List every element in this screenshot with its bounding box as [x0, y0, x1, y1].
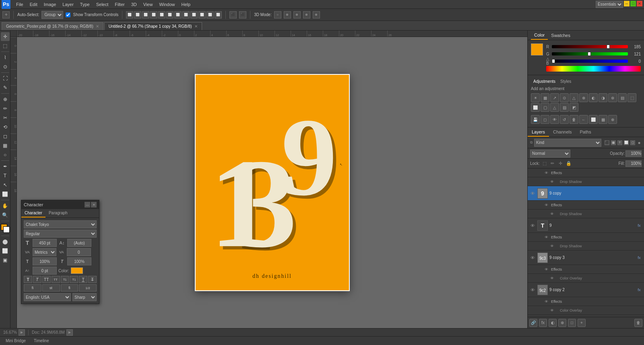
b-slider[interactable] [552, 60, 628, 63]
grid-adj[interactable]: ▦ [599, 115, 607, 124]
screen-mode[interactable]: ⬜ [1, 246, 10, 255]
kerning-input[interactable] [67, 248, 91, 256]
menu-view[interactable]: View [140, 1, 156, 8]
align-left-icon[interactable]: ⬜ [126, 11, 133, 18]
menu-file[interactable]: File [13, 1, 27, 8]
colorbalance-adj[interactable]: ◐ [589, 93, 598, 102]
bw-adj[interactable]: ◑ [599, 93, 607, 102]
effects-eye-1[interactable]: 👁 [543, 170, 549, 176]
align-right-icon[interactable]: ⬜ [142, 11, 149, 18]
scale-v-input[interactable] [67, 257, 91, 265]
align-bottom-icon[interactable]: ⬜ [166, 11, 173, 18]
kind-select[interactable]: Kind [534, 139, 601, 147]
healing-tool[interactable]: ⊕ [1, 95, 10, 104]
layer-delete-btn[interactable]: 🗑 [634, 319, 642, 327]
lock-position-icon[interactable]: ✛ [557, 160, 564, 167]
font-style-select[interactable]: Regular [24, 230, 97, 238]
character-panel-header[interactable]: Character — ✕ [21, 200, 99, 209]
tab-untitled[interactable]: Untitled-2 @ 66.7% (Shape 1 copy 34, RGB… [104, 22, 202, 30]
r-slider[interactable] [552, 45, 628, 48]
underline-btn[interactable]: T [79, 276, 87, 283]
baseline-input[interactable] [33, 267, 57, 275]
maximize-button[interactable]: □ [630, 1, 636, 6]
layer-9copy-eye[interactable]: 👁 [529, 190, 536, 197]
doc-info-arrow[interactable]: ▶ [66, 329, 73, 336]
layer-mask-btn[interactable]: ◐ [549, 319, 557, 327]
subscript-btn[interactable]: T1 [70, 276, 78, 283]
color-overlay-eye-2[interactable]: 👁 [549, 307, 555, 314]
menu-edit[interactable]: Edit [27, 1, 41, 8]
move-tool[interactable]: ✛ [1, 32, 10, 41]
font-size-input[interactable] [33, 239, 57, 247]
tab-channels[interactable]: Channels [549, 127, 576, 137]
history-brush[interactable]: ⟲ [1, 123, 10, 131]
tab-adjustments[interactable]: Adjustments [531, 78, 558, 84]
shape-tool[interactable]: ⬜ [1, 190, 10, 199]
blend-mode-select[interactable]: Normal Dissolve Multiply Screen [530, 150, 570, 158]
brush-tool[interactable]: ✏ [1, 104, 10, 113]
zoom-tool[interactable]: 🔍 [1, 211, 10, 220]
3d-drag-icon[interactable]: ⊕ [293, 11, 301, 18]
menu-filter[interactable]: Filter [111, 1, 128, 8]
font-family-select[interactable]: Chalet Tokyo [24, 220, 97, 228]
lasso-tool[interactable]: ⌇ [1, 53, 10, 62]
tab-timeline[interactable]: Timeline [30, 338, 53, 344]
workspace-selector[interactable]: Essentials [596, 1, 623, 8]
frame-tool[interactable]: ▣ [1, 256, 10, 265]
zoom-adj[interactable]: ⊕ [608, 115, 617, 124]
tab-paths[interactable]: Paths [576, 127, 595, 137]
layer-9copy3-fx[interactable]: fx [636, 255, 642, 261]
clone-tool[interactable]: ✂ [1, 113, 10, 122]
g-thumb[interactable] [588, 52, 591, 56]
dist-left-icon[interactable]: ⬜ [174, 11, 182, 18]
arrange2-icon[interactable]: ⬛ [239, 11, 246, 18]
align-center-icon[interactable]: ⬜ [134, 11, 141, 18]
layer-9copy2[interactable]: 👁 9c2 9 copy 2 fx [528, 283, 644, 297]
character-panel-collapse[interactable]: — [85, 202, 90, 207]
language-select[interactable]: English: USA [24, 293, 71, 301]
tab-paragraph[interactable]: Paragraph [45, 209, 71, 218]
align-top-icon[interactable]: ⬜ [150, 11, 157, 18]
layer-new-btn[interactable]: + [578, 319, 586, 327]
dist-center-icon[interactable]: ⬜ [182, 11, 190, 18]
prev-adj[interactable]: ← [579, 115, 588, 124]
smallcaps-btn[interactable]: TT [52, 276, 60, 283]
color-preview-swatch[interactable] [531, 43, 543, 55]
align-middle-icon[interactable]: ⬜ [158, 11, 165, 18]
poster-canvas[interactable]: 9 1 3 9 1 3 dh designhill [195, 74, 350, 291]
path-select[interactable]: ↖ [1, 181, 10, 189]
dist-right-icon[interactable]: ⬜ [190, 11, 198, 18]
visibility-adj[interactable]: 👁 [550, 115, 559, 124]
color-overlay-eye-1[interactable]: 👁 [549, 275, 555, 281]
reset-adj[interactable]: ↺ [560, 115, 569, 124]
layer-9[interactable]: 👁 T 9 fx [528, 218, 644, 233]
leading-input[interactable] [67, 239, 91, 247]
crop-tool[interactable]: ⛶ [1, 74, 10, 83]
layer-9copy3-eye[interactable]: 👁 [529, 255, 536, 261]
drop-shadow-eye-3[interactable]: 👁 [549, 243, 555, 249]
3d-slide-icon[interactable]: ⊕ [303, 11, 310, 18]
color-swatch-char[interactable] [71, 267, 83, 274]
bold-btn[interactable]: T [24, 276, 32, 283]
colorlookup-adj[interactable]: ⬚ [627, 93, 636, 102]
scale-h-input[interactable] [33, 257, 57, 265]
superscript-btn[interactable]: T1 [61, 276, 69, 283]
layer-9-eye[interactable]: 👁 [529, 222, 536, 229]
lock-pixels-icon[interactable]: ⬚ [541, 160, 548, 167]
lock-all-icon[interactable]: 🔒 [566, 160, 572, 167]
filter-pixel-icon[interactable]: ⬛ [605, 140, 609, 145]
eraser-tool[interactable]: ◻ [1, 132, 10, 141]
3d-rotate-icon[interactable]: ○ [274, 11, 281, 18]
tab-layers[interactable]: Layers [528, 127, 549, 137]
threshold-adj[interactable]: △ [550, 103, 559, 112]
gradient-map-adj[interactable]: ▨ [560, 103, 569, 112]
fill-input[interactable] [625, 160, 642, 167]
layer-9copy3[interactable]: 👁 9c3 9 copy 3 fx [528, 251, 644, 265]
fractions-btn[interactable]: 1/2 [79, 284, 97, 292]
gradient-tool[interactable]: ▦ [1, 141, 10, 150]
tab-character[interactable]: Character [21, 209, 45, 218]
color-spectrum[interactable] [546, 66, 641, 72]
tab-mini-bridge[interactable]: Mini Bridge [2, 338, 30, 344]
auto-select-dropdown[interactable]: Group Layer [41, 11, 63, 19]
brightness-adj[interactable]: ☀ [531, 93, 540, 102]
